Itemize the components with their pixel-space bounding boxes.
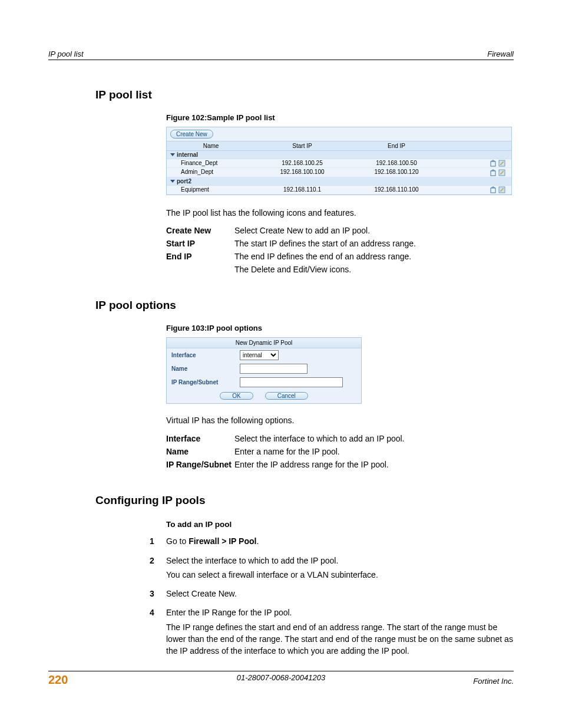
table-row: Admin_Dept192.168.100.100192.168.100.120 [167, 168, 511, 177]
step-number: 2 [150, 555, 166, 584]
header-left: IP pool list [48, 50, 84, 58]
section-title-ip-pool-list: IP pool list [95, 88, 514, 101]
ok-button[interactable]: OK [220, 392, 253, 400]
ip-range-label: IP Range/Subnet [171, 379, 240, 386]
definition-term: Start IP [166, 239, 234, 248]
definition-desc: The end IP defines the end of an address… [234, 252, 514, 261]
delete-icon[interactable] [490, 169, 497, 176]
step-number: 1 [150, 535, 166, 549]
col-header-start-ip: Start IP [255, 143, 349, 149]
procedure-step: 2Select the interface to which to add th… [166, 555, 514, 584]
section-title-configuring-ip-pools: Configuring IP pools [95, 494, 514, 507]
delete-icon[interactable] [490, 186, 497, 193]
ip-pool-options-dialog: New Dynamic IP Pool Interface internal N… [166, 337, 362, 404]
interface-select[interactable]: internal [240, 350, 279, 360]
procedure-step: 4Enter the IP Range for the IP pool.The … [166, 607, 514, 659]
col-header-name: Name [167, 143, 255, 149]
definition-row: End IPThe end IP defines the end of an a… [166, 252, 514, 261]
group-label: port2 [177, 178, 191, 185]
step-text: Select the interface to which to add the… [166, 555, 514, 566]
subhead-to-add-ip-pool: To add an IP pool [166, 519, 514, 531]
figure-103-caption: Figure 103:IP pool options [166, 324, 514, 332]
table-row: Equipment192.168.110.1192.168.110.100 [167, 186, 511, 195]
definition-desc: Enter a name for the IP pool. [234, 447, 514, 456]
edit-icon[interactable] [498, 160, 505, 167]
definition-row: InterfaceSelect the interface to which t… [166, 434, 514, 443]
list-intro-paragraph: The IP pool list has the following icons… [166, 207, 514, 219]
cell-start-ip: 192.168.110.1 [255, 186, 349, 193]
chevron-down-icon [170, 153, 175, 156]
header-right: Firewall [487, 50, 514, 58]
table-row: Finance_Dept192.168.100.25192.168.100.50 [167, 159, 511, 168]
step-text: You can select a firewall interface or a… [166, 569, 514, 581]
figure-102-caption: Figure 102:Sample IP pool list [166, 113, 514, 122]
step-text: Go to Firewall > IP Pool. [166, 535, 514, 547]
definition-row: IP Range/SubnetEnter the IP address rang… [166, 460, 514, 469]
definition-desc: Select the interface to which to add an … [234, 434, 514, 443]
cell-end-ip: 192.168.100.120 [349, 169, 444, 176]
cell-name: Admin_Dept [167, 169, 255, 176]
section-title-ip-pool-options: IP pool options [95, 299, 514, 312]
definition-row: Start IPThe start IP defines the start o… [166, 239, 514, 248]
delete-icon[interactable] [490, 160, 497, 167]
step-text: Select Create New. [166, 588, 514, 599]
group-row[interactable]: internal [167, 151, 511, 159]
edit-icon[interactable] [498, 169, 505, 176]
name-label: Name [171, 365, 240, 372]
ip-pool-list-figure: Create New Name Start IP End IP internal… [166, 127, 512, 195]
cell-name: Equipment [167, 186, 255, 193]
name-input[interactable] [240, 364, 308, 374]
svg-rect-0 [491, 162, 495, 166]
definition-desc: The start IP defines the start of an add… [234, 239, 514, 248]
cell-start-ip: 192.168.100.100 [255, 169, 349, 176]
definition-term: Interface [166, 434, 234, 443]
svg-rect-8 [491, 188, 495, 193]
definition-term: Create New [166, 226, 234, 235]
create-new-button[interactable]: Create New [170, 130, 213, 139]
cell-start-ip: 192.168.100.25 [255, 160, 349, 167]
step-number: 4 [150, 607, 166, 659]
chevron-down-icon [170, 180, 175, 183]
edit-icon[interactable] [498, 186, 505, 193]
definition-row: NameEnter a name for the IP pool. [166, 447, 514, 456]
footer-doc-id: 01-28007-0068-20041203 [48, 673, 514, 682]
definition-term: IP Range/Subnet [166, 460, 234, 469]
dialog-title: New Dynamic IP Pool [167, 338, 361, 348]
page-footer: 220 01-28007-0068-20041203 Fortinet Inc. [48, 671, 514, 687]
step-number: 3 [150, 588, 166, 602]
procedure-step: 1Go to Firewall > IP Pool. [166, 535, 514, 549]
step-text: Enter the IP Range for the IP pool. [166, 607, 514, 618]
group-row[interactable]: port2 [167, 177, 511, 186]
cell-end-ip: 192.168.100.50 [349, 160, 444, 167]
definition-term: Name [166, 447, 234, 456]
step-text: The IP range defines the start and end o… [166, 621, 514, 657]
definition-term [166, 265, 234, 274]
definition-row: The Delete and Edit/View icons. [166, 265, 514, 274]
cell-name: Finance_Dept [167, 160, 255, 167]
definition-term: End IP [166, 252, 234, 261]
svg-rect-4 [491, 171, 495, 176]
col-header-end-ip: End IP [349, 143, 444, 149]
group-label: internal [177, 151, 198, 158]
definition-desc: Enter the IP address range for the IP po… [234, 460, 514, 469]
procedure-step: 3Select Create New. [166, 588, 514, 602]
interface-label: Interface [171, 352, 240, 358]
definition-row: Create NewSelect Create New to add an IP… [166, 226, 514, 235]
cancel-button[interactable]: Cancel [265, 392, 308, 400]
cell-end-ip: 192.168.110.100 [349, 186, 444, 193]
options-intro-paragraph: Virtual IP has the following options. [166, 414, 514, 426]
definition-desc: The Delete and Edit/View icons. [234, 265, 514, 274]
definition-desc: Select Create New to add an IP pool. [234, 226, 514, 235]
running-header: IP pool list Firewall [48, 50, 514, 60]
ip-range-input[interactable] [240, 377, 343, 387]
